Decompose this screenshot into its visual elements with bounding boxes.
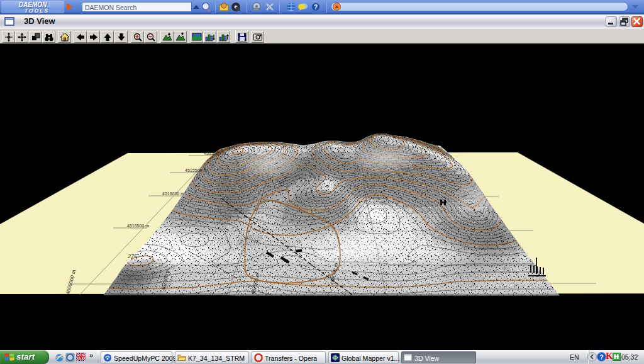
svg-text:?: ?: [314, 4, 318, 11]
svg-text:4516000 m: 4516000 m: [162, 191, 184, 196]
svg-text:275: 275: [127, 253, 138, 259]
svg-text:?: ?: [599, 354, 603, 361]
svg-text:4516500 m: 4516500 m: [127, 224, 149, 228]
svg-text:4515000 m: 4515000 m: [204, 151, 226, 156]
svg-text:4515500 m: 4515500 m: [185, 168, 207, 173]
